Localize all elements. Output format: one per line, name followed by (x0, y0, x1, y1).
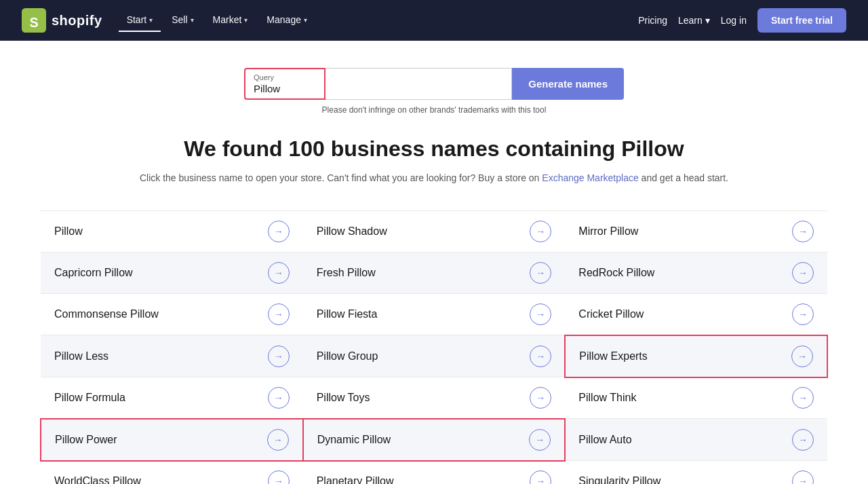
list-item[interactable]: Pillow Shadow→ (303, 211, 566, 253)
arrow-icon[interactable]: → (268, 262, 290, 284)
list-item[interactable]: Pillow Think→ (565, 377, 827, 419)
business-name-text: Dynamic Pillow (317, 434, 391, 446)
generate-names-button[interactable]: Generate names (512, 68, 624, 100)
list-item[interactable]: Pillow→ (41, 211, 303, 253)
business-name-text: Commonsense Pillow (54, 308, 159, 320)
business-name-text: Pillow Auto (578, 434, 631, 446)
arrow-icon[interactable]: → (268, 346, 290, 367)
list-item[interactable]: WorldClass Pillow→ (41, 461, 303, 484)
arrow-icon[interactable]: → (530, 346, 551, 367)
list-item[interactable]: Pillow Group→ (303, 335, 566, 377)
chevron-down-icon: ▾ (304, 16, 307, 24)
svg-text:S: S (29, 15, 38, 30)
business-name-text: WorldClass Pillow (54, 475, 141, 484)
arrow-icon[interactable]: → (792, 221, 814, 242)
results-heading: We found 100 business names containing P… (41, 136, 827, 162)
business-name-text: Pillow Less (54, 350, 108, 362)
chevron-down-icon: ▾ (244, 16, 248, 24)
nav-learn[interactable]: Learn ▾ (678, 15, 710, 26)
nav-links: Start ▾ Sell ▾ Market ▾ Manage ▾ (119, 9, 639, 32)
business-name-text: Pillow Formula (54, 392, 125, 404)
start-trial-button[interactable]: Start free trial (757, 8, 846, 33)
business-name-text: Pillow Think (578, 392, 636, 404)
arrow-icon[interactable]: → (268, 470, 290, 484)
navbar: S shopify Start ▾ Sell ▾ Market ▾ Manage… (0, 0, 868, 41)
business-name-text: Pillow Experts (579, 350, 647, 362)
list-item[interactable]: RedRock Pillow→ (565, 253, 827, 294)
chevron-down-icon: ▾ (705, 15, 710, 26)
list-item[interactable]: Capricorn Pillow→ (41, 253, 303, 294)
chevron-down-icon: ▾ (149, 16, 153, 24)
nav-item-market[interactable]: Market ▾ (205, 9, 256, 32)
arrow-icon[interactable]: → (268, 221, 290, 242)
brand-name: shopify (52, 13, 102, 29)
results-subtext: Click the business name to open your sto… (41, 172, 827, 183)
arrow-icon[interactable]: → (268, 387, 290, 409)
list-item[interactable]: Commonsense Pillow→ (41, 294, 303, 335)
arrow-icon[interactable]: → (530, 221, 551, 242)
arrow-icon[interactable]: → (530, 387, 551, 409)
arrow-icon[interactable]: → (530, 262, 551, 284)
list-item[interactable]: Pillow Fiesta→ (303, 294, 566, 335)
search-input[interactable] (326, 68, 512, 100)
business-name-text: Pillow Group (317, 350, 378, 362)
business-name-text: Fresh Pillow (317, 267, 376, 279)
nav-login[interactable]: Log in (721, 15, 747, 26)
list-item[interactable]: Pillow Formula→ (41, 377, 303, 419)
business-name-text: Pillow Shadow (317, 225, 387, 238)
nav-item-sell[interactable]: Sell ▾ (163, 9, 201, 32)
arrow-icon[interactable]: → (792, 470, 814, 484)
list-item[interactable]: Fresh Pillow→ (303, 253, 566, 294)
business-name-text: Mirror Pillow (578, 225, 638, 238)
query-value: Pillow (254, 83, 316, 94)
main-content: Query Pillow Generate names Please don't… (0, 41, 868, 484)
list-item[interactable]: Cricket Pillow→ (565, 294, 827, 335)
arrow-icon[interactable]: → (791, 346, 813, 367)
arrow-icon[interactable]: → (529, 429, 551, 451)
arrow-icon[interactable]: → (792, 387, 814, 409)
business-name-text: RedRock Pillow (578, 267, 654, 279)
business-name-text: Pillow (54, 225, 83, 238)
nav-item-start[interactable]: Start ▾ (119, 9, 161, 32)
arrow-icon[interactable]: → (792, 262, 814, 284)
arrow-icon[interactable]: → (530, 470, 551, 484)
list-item[interactable]: Pillow Toys→ (303, 377, 566, 419)
shopify-logo-icon: S (22, 8, 46, 33)
arrow-icon[interactable]: → (268, 303, 290, 325)
arrow-icon[interactable]: → (792, 303, 814, 325)
business-name-text: Singularity Pillow (578, 475, 660, 484)
search-section: Query Pillow Generate names Please don't… (41, 68, 827, 115)
names-grid: Pillow→Pillow Shadow→Mirror Pillow→Capri… (41, 210, 827, 484)
list-item[interactable]: Pillow Power→ (40, 418, 304, 462)
query-input-wrapper: Query Pillow (244, 68, 326, 100)
business-name-text: Planetary Pillow (317, 475, 394, 484)
arrow-icon[interactable]: → (792, 429, 814, 451)
list-item[interactable]: Pillow Auto→ (565, 419, 827, 461)
list-item[interactable]: Mirror Pillow→ (565, 211, 827, 253)
chevron-down-icon: ▾ (191, 16, 194, 24)
business-name-text: Capricorn Pillow (54, 267, 133, 279)
search-row: Query Pillow Generate names (244, 68, 624, 100)
query-label: Query (254, 73, 316, 81)
list-item[interactable]: Singularity Pillow→ (565, 461, 827, 484)
business-name-text: Cricket Pillow (578, 308, 644, 320)
nav-item-manage[interactable]: Manage ▾ (258, 9, 315, 32)
disclaimer-text: Please don't infringe on other brands' t… (322, 105, 547, 115)
business-name-text: Pillow Fiesta (317, 308, 378, 320)
business-name-text: Pillow Power (55, 434, 117, 446)
arrow-icon[interactable]: → (530, 303, 551, 325)
list-item[interactable]: Dynamic Pillow→ (302, 418, 566, 462)
brand[interactable]: S shopify (22, 8, 102, 33)
arrow-icon[interactable]: → (267, 429, 289, 451)
business-name-text: Pillow Toys (317, 392, 370, 404)
nav-right: Pricing Learn ▾ Log in Start free trial (638, 8, 846, 33)
list-item[interactable]: Pillow Less→ (41, 335, 303, 377)
list-item[interactable]: Planetary Pillow→ (303, 461, 566, 484)
list-item[interactable]: Pillow Experts→ (564, 335, 828, 378)
nav-pricing[interactable]: Pricing (638, 15, 667, 26)
exchange-marketplace-link[interactable]: Exchange Marketplace (542, 172, 638, 183)
